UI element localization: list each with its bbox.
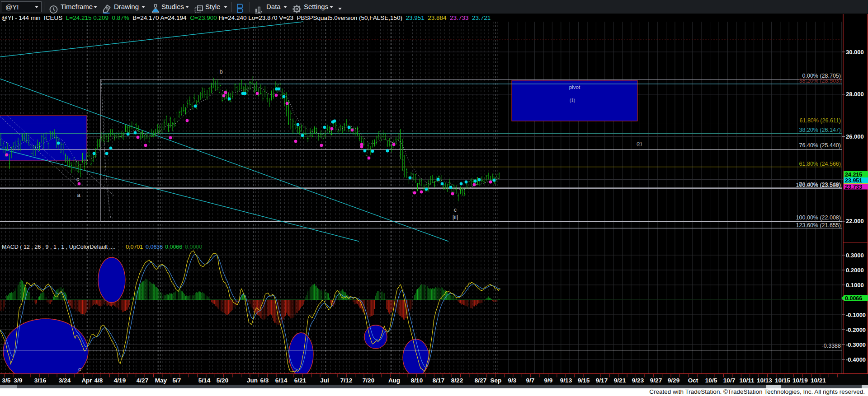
svg-text:8/10: 8/10: [411, 377, 423, 384]
svg-text:10/13: 10/13: [757, 377, 772, 384]
svg-text:9/7: 9/7: [526, 377, 535, 384]
svg-text:MACD ( 12 , 26 , 9 , 1 , 1 , U: MACD ( 12 , 26 , 9 , 1 , 1 , UpColorDefa…: [2, 244, 116, 250]
svg-text:(2): (2): [637, 141, 642, 146]
svg-text:5/14: 5/14: [198, 377, 211, 384]
svg-text:6/21: 6/21: [294, 377, 307, 384]
svg-text:9/23: 9/23: [632, 377, 644, 384]
svg-text:9/27: 9/27: [650, 377, 662, 384]
svg-text:Apr: Apr: [81, 377, 92, 384]
svg-text:8/22: 8/22: [451, 377, 463, 384]
svg-text:May: May: [155, 377, 167, 384]
svg-text:0.3000: 0.3000: [846, 252, 864, 259]
svg-text:9/29: 9/29: [668, 377, 679, 384]
svg-text:Sep: Sep: [491, 377, 502, 384]
svg-text:9/21: 9/21: [614, 377, 626, 384]
svg-text:Jul: Jul: [320, 377, 329, 384]
svg-text:38.20% (26.147): 38.20% (26.147): [799, 127, 841, 133]
svg-text:Oct: Oct: [688, 377, 698, 384]
svg-text:7/12: 7/12: [340, 377, 352, 384]
svg-text:23.733: 23.733: [845, 184, 862, 190]
svg-text:-0.3000: -0.3000: [846, 341, 866, 348]
svg-text:24.215: 24.215: [845, 172, 862, 178]
svg-text:28.000: 28.000: [846, 91, 864, 98]
svg-text:-0.4000: -0.4000: [846, 356, 866, 363]
svg-text:123.60% (21.655): 123.60% (21.655): [796, 222, 841, 228]
svg-text:0.0701: 0.0701: [126, 244, 143, 250]
svg-text:-0.2000: -0.2000: [846, 326, 866, 333]
svg-text:22.000: 22.000: [846, 218, 864, 224]
svg-text:6/14: 6/14: [275, 377, 288, 384]
svg-text:10/15: 10/15: [775, 377, 790, 384]
svg-text:0.0066: 0.0066: [165, 244, 182, 250]
svg-text:30.000: 30.000: [846, 49, 864, 56]
svg-text:8/27: 8/27: [475, 377, 486, 384]
svg-text:0.2000: 0.2000: [846, 267, 864, 274]
svg-text:100.00% (22.008): 100.00% (22.008): [796, 214, 841, 221]
svg-text:Aug: Aug: [388, 377, 400, 384]
svg-text:c: c: [78, 366, 81, 373]
svg-text:10/7: 10/7: [723, 377, 735, 384]
svg-text:5/7: 5/7: [173, 377, 181, 384]
svg-text:b: b: [219, 68, 222, 75]
svg-text:9/17: 9/17: [596, 377, 608, 384]
svg-text:10/5: 10/5: [705, 377, 717, 384]
svg-text:a: a: [77, 191, 80, 198]
svg-text:8/17: 8/17: [433, 377, 444, 384]
svg-text:4/19: 4/19: [114, 377, 126, 384]
svg-text:9/13: 9/13: [560, 377, 572, 384]
svg-text:3/5: 3/5: [2, 377, 11, 384]
svg-text:10/21: 10/21: [811, 377, 826, 384]
svg-text:4/27: 4/27: [137, 377, 148, 384]
svg-text:9/15: 9/15: [578, 377, 590, 384]
svg-text:-0.1000: -0.1000: [846, 312, 866, 318]
svg-text:23.951: 23.951: [845, 177, 862, 184]
svg-text:0.1000: 0.1000: [846, 282, 864, 289]
svg-text:61.80% (26.611): 61.80% (26.611): [800, 117, 841, 124]
svg-text:10/19: 10/19: [793, 377, 808, 384]
svg-text:5/20: 5/20: [217, 377, 228, 384]
svg-text:9/9: 9/9: [544, 377, 553, 384]
svg-text:10/11: 10/11: [739, 377, 755, 384]
svg-text:c: c: [454, 207, 457, 213]
svg-text:3/9: 3/9: [14, 377, 23, 384]
svg-text:26.000: 26.000: [846, 133, 864, 140]
svg-text:6/3: 6/3: [260, 377, 269, 384]
svg-text:(1): (1): [570, 98, 575, 103]
svg-text:4/8: 4/8: [94, 377, 103, 384]
svg-text:0.0066: 0.0066: [845, 295, 862, 302]
svg-text:pivot: pivot: [569, 84, 580, 90]
svg-text:0.0000: 0.0000: [185, 244, 202, 250]
svg-text:Jun: Jun: [247, 377, 258, 384]
svg-text:61.80% (24.566): 61.80% (24.566): [799, 161, 841, 167]
svg-text:7/20: 7/20: [363, 377, 374, 384]
svg-text:76.40% (25.440): 76.40% (25.440): [799, 142, 841, 149]
svg-text:9/3: 9/3: [508, 377, 517, 384]
svg-text:-0.3388: -0.3388: [822, 343, 841, 349]
svg-text:100.00% (23.539): 100.00% (23.539): [796, 182, 841, 188]
svg-text:[ii]: [ii]: [453, 214, 458, 220]
svg-text:c: c: [76, 176, 79, 182]
svg-text:3/16: 3/16: [34, 377, 47, 384]
svg-text:3/24: 3/24: [59, 377, 71, 384]
svg-text:0.0636: 0.0636: [146, 244, 163, 250]
svg-text:38.20% (28.503): 38.20% (28.503): [799, 78, 841, 84]
